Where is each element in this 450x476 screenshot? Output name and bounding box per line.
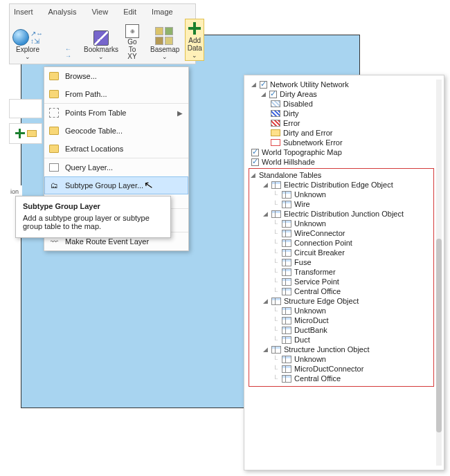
standalone-tables-highlight: ◢Standalone Tables ◢Electric Distributio…: [249, 168, 434, 387]
go-to-xy-button[interactable]: ⊕ GoTo XY: [124, 24, 141, 61]
table-item[interactable]: └Wire: [251, 199, 432, 209]
folder-icon: [49, 72, 59, 80]
tab-view[interactable]: View: [90, 6, 109, 17]
table-item[interactable]: └Unknown: [251, 306, 432, 315]
menu-from-path[interactable]: From Path...: [44, 85, 188, 103]
sym-dirty-and-error[interactable]: Dirty and Error: [249, 128, 434, 138]
table-group[interactable]: ◢Structure Edge Object: [251, 296, 432, 306]
menu-points-from-table[interactable]: Points From Table▶: [44, 103, 188, 122]
add-data-button[interactable]: AddData ⌄: [185, 19, 204, 61]
table-icon: [282, 365, 291, 373]
layer-world-topo[interactable]: World Topographic Map: [249, 147, 434, 157]
bookmarks-button[interactable]: Bookmarks⌄: [82, 30, 120, 61]
menu-extract-locations[interactable]: Extract Locations: [44, 140, 188, 158]
menu-browse[interactable]: Browse...: [44, 67, 188, 85]
table-group[interactable]: ◢Electric Distribution Junction Object: [251, 209, 432, 219]
contents-panel: ◢Network Utility Network ◢Dirty Areas Di…: [244, 75, 444, 470]
panel-fragment-tools: [9, 123, 42, 144]
layer-dirty-areas[interactable]: ◢Dirty Areas: [249, 89, 434, 99]
basemap-icon: [154, 26, 175, 46]
menu-query-layer[interactable]: Query Layer...: [44, 158, 188, 176]
table-icon: [282, 268, 291, 276]
table-item[interactable]: └Central Office: [251, 374, 432, 383]
extract-icon: [49, 145, 59, 153]
table-item[interactable]: └Service Point: [251, 277, 432, 286]
table-item[interactable]: └Unknown: [251, 219, 432, 228]
table-icon: [271, 298, 281, 305]
sym-error[interactable]: Error: [249, 118, 434, 128]
query-icon: [49, 163, 59, 172]
swatch-icon: [271, 110, 280, 117]
table-icon: [282, 356, 291, 363]
nav-back-forward[interactable]: ← →: [48, 46, 74, 61]
plus-icon: [15, 128, 26, 139]
tab-analysis[interactable]: Analysis: [47, 6, 78, 17]
sym-subnetwork-error[interactable]: Subnetwork Error: [249, 138, 434, 147]
points-icon: [49, 108, 59, 118]
table-icon: [282, 317, 291, 324]
table-item[interactable]: └MicroDuctConnector: [251, 364, 432, 374]
table-item[interactable]: └Connection Point: [251, 238, 432, 248]
table-icon: [271, 346, 281, 354]
tab-image[interactable]: Image: [150, 6, 174, 17]
table-icon: [282, 220, 291, 228]
panel-fragment: [9, 99, 42, 118]
globe-icon: [12, 29, 29, 46]
checkbox[interactable]: [251, 158, 259, 166]
submenu-arrow-icon: ▶: [177, 109, 183, 117]
menu-geocode-table[interactable]: Geocode Table...: [44, 122, 188, 140]
tooltip-body: Add a subtype group layer or subtype gro…: [23, 214, 163, 230]
explore-button[interactable]: ↗↔↕⇲ Explore ⌄: [11, 29, 44, 61]
table-icon: [282, 375, 291, 383]
basemap-button[interactable]: Basemap⌄: [149, 26, 181, 61]
tooltip-title: Subtype Group Layer: [23, 202, 163, 210]
subtype-icon: 🗂: [48, 180, 60, 191]
menu-subtype-group-layer[interactable]: 🗂Subtype Group Layer...: [44, 176, 188, 194]
folder-icon: [49, 90, 59, 98]
table-icon: [282, 239, 291, 247]
table-icon: [282, 259, 291, 266]
table-icon: [282, 336, 291, 344]
table-item[interactable]: └WireConnector: [251, 228, 432, 238]
table-icon: [282, 191, 291, 199]
swatch-icon: [271, 100, 280, 107]
xy-icon: ⊕: [125, 24, 139, 38]
table-item[interactable]: └Central Office: [251, 286, 432, 296]
tab-edit[interactable]: Edit: [122, 6, 138, 17]
table-icon: [282, 288, 291, 295]
tab-insert[interactable]: Insert: [12, 6, 35, 17]
scrollbar[interactable]: [436, 80, 442, 466]
sym-disabled[interactable]: Disabled: [249, 99, 434, 109]
table-icon: [282, 307, 291, 315]
table-group[interactable]: ◢Structure Junction Object: [251, 345, 432, 354]
swatch-icon: [271, 129, 280, 136]
table-icon: [271, 181, 281, 189]
checkbox[interactable]: [260, 81, 267, 89]
table-icon: [282, 327, 291, 334]
scrollbar-thumb[interactable]: [436, 239, 442, 432]
table-icon: [271, 210, 281, 218]
standalone-tables[interactable]: ◢Standalone Tables: [251, 170, 432, 180]
table-icon: [282, 201, 291, 208]
table-group[interactable]: ◢Electric Distribution Edge Object: [251, 180, 432, 190]
contents-tree[interactable]: ◢Network Utility Network ◢Dirty Areas Di…: [249, 80, 434, 466]
ribbon-tabs: Insert Analysis View Edit Image: [10, 4, 195, 17]
table-item[interactable]: └Duct: [251, 335, 432, 345]
sym-dirty[interactable]: Dirty: [249, 109, 434, 118]
table-item[interactable]: └DuctBank: [251, 325, 432, 335]
table-item[interactable]: └Circuit Breaker: [251, 248, 432, 257]
table-item[interactable]: └Unknown: [251, 354, 432, 364]
table-icon: [282, 230, 291, 237]
table-item[interactable]: └Unknown: [251, 190, 432, 199]
table-item[interactable]: └MicroDuct: [251, 315, 432, 325]
table-item[interactable]: └Fuse: [251, 257, 432, 267]
table-item[interactable]: └Transformer: [251, 267, 432, 277]
checkbox[interactable]: [269, 91, 277, 98]
swatch-icon: [271, 120, 280, 127]
layer-world-hillshade[interactable]: World Hillshade: [249, 157, 434, 167]
geocode-icon: [49, 127, 59, 135]
layer-network[interactable]: ◢Network Utility Network: [249, 80, 434, 89]
bookmark-icon: [93, 30, 109, 46]
tag-icon: [27, 130, 37, 137]
checkbox[interactable]: [251, 149, 259, 156]
